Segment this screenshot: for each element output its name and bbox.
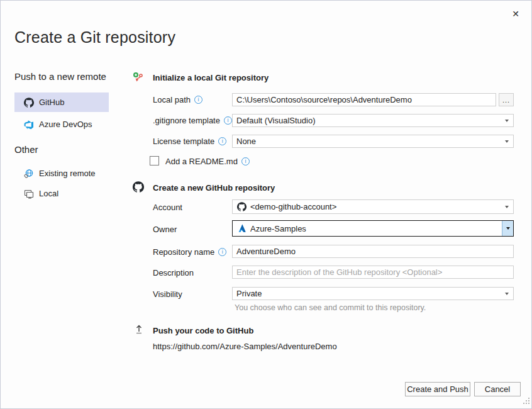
chevron-down-icon [506,227,510,230]
sidebar-item-label: Existing remote [39,169,96,178]
owner-label: Owner [153,225,177,234]
description-placeholder: Enter the description of the GitHub repo… [236,267,442,277]
local-path-label: Local path i [153,95,202,104]
sidebar-item-label: GitHub [39,98,64,107]
resize-grip[interactable] [522,397,530,407]
gitignore-label: .gitignore template i [153,116,232,125]
init-section-title: Initialize a local Git repository [153,73,269,82]
license-select[interactable]: None [232,135,514,148]
github-section-title: Create a new GitHub repository [153,183,275,193]
info-icon[interactable]: i [218,248,226,256]
create-git-repository-dialog: ✕ Create a Git repository Push to a new … [0,0,532,409]
sidebar-item-github[interactable]: GitHub [14,92,109,112]
globe-link-icon [24,169,34,179]
description-input[interactable]: Enter the description of the GitHub repo… [232,266,514,279]
owner-select[interactable]: Azure-Samples [232,220,514,237]
push-section-title: Push your code to GitHub [153,326,253,335]
description-label: Description [153,268,194,277]
info-icon[interactable]: i [241,157,250,165]
github-icon [24,98,34,108]
sidebar-section-other: Other [14,144,38,155]
azure-devops-icon [24,120,34,130]
visibility-hint: You choose who can see and commit to thi… [235,303,426,312]
github-icon [236,202,247,212]
local-path-input[interactable]: C:\Users\Contoso\source\repos\AdventureD… [232,93,496,106]
sidebar-item-azure-devops[interactable]: Azure DevOps [14,115,109,134]
sidebar-item-existing-remote[interactable]: Existing remote [14,164,109,182]
github-icon [133,181,144,193]
chevron-down-icon [505,206,509,208]
gitignore-select[interactable]: Default (VisualStudio) [232,114,514,127]
chevron-down-icon [505,120,509,122]
page-title: Create a Git repository [14,28,175,47]
license-label: License template i [153,137,226,146]
readme-checkbox[interactable] [150,156,159,165]
sidebar-item-local[interactable]: Local [14,184,109,203]
chevron-down-icon [505,293,509,295]
account-select[interactable]: <demo-github-account> [232,199,514,214]
computer-icon [24,189,34,199]
visibility-select[interactable]: Private [232,287,514,300]
browse-button[interactable]: ... [499,93,514,106]
sidebar-section-push-remote: Push to a new remote [14,71,106,82]
cancel-button[interactable]: Cancel [474,382,521,396]
azure-icon [236,223,247,233]
info-icon[interactable]: i [218,137,226,145]
visibility-label: Visibility [153,289,182,299]
owner-dropdown-button[interactable] [502,221,513,236]
git-init-icon [133,72,144,83]
info-icon[interactable]: i [194,96,202,104]
chevron-down-icon [505,140,509,143]
sidebar-item-label: Local [39,189,58,198]
repo-name-label: Repository name i [153,247,226,257]
upload-icon [133,323,145,335]
sidebar-item-label: Azure DevOps [39,120,92,129]
create-and-push-button[interactable]: Create and Push [405,382,470,396]
repo-name-input[interactable]: AdventureDemo [232,245,514,258]
account-label: Account [153,203,182,212]
close-icon[interactable]: ✕ [509,7,523,21]
repo-url: https://github.com/Azure-Samples/Adventu… [153,342,337,351]
info-icon[interactable]: i [224,116,232,125]
readme-label: Add a README.md i [165,157,250,166]
